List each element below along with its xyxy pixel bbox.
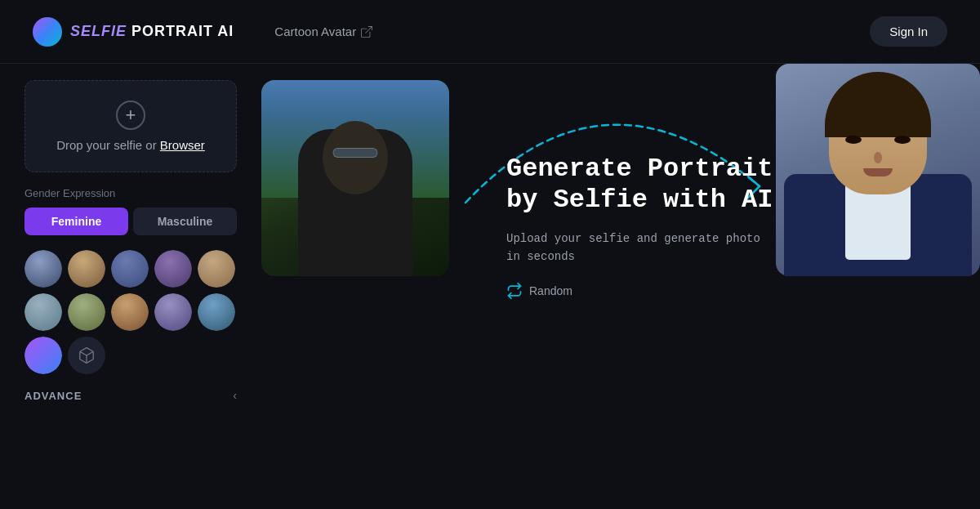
logo[interactable]: SELFIE PORTRAIT AI bbox=[33, 17, 234, 47]
chevron-left-icon: ‹ bbox=[233, 389, 237, 402]
upload-text: Drop your selfie or Browser bbox=[56, 138, 205, 152]
logo-icon bbox=[33, 17, 62, 47]
main-content: + Drop your selfie or Browser Gender Exp… bbox=[0, 64, 980, 508]
header: SELFIE PORTRAIT AI Cartoon Avatar Sign I… bbox=[0, 0, 980, 64]
avatar-item[interactable] bbox=[24, 337, 62, 374]
random-icon bbox=[506, 283, 523, 299]
gender-label: Gender Expression bbox=[24, 187, 237, 199]
advance-section[interactable]: ADVANCE ‹ bbox=[24, 389, 237, 402]
result-portrait bbox=[776, 64, 980, 276]
avatar-3d-item[interactable] bbox=[68, 337, 105, 374]
advance-label: ADVANCE bbox=[24, 390, 82, 402]
hero-title: Generate Portrait by Selfie with AI bbox=[506, 154, 792, 217]
avatar-grid bbox=[24, 250, 237, 374]
selfie-photo bbox=[261, 80, 449, 276]
avatar-item[interactable] bbox=[68, 293, 105, 331]
avatar-item[interactable] bbox=[154, 293, 192, 331]
upload-plus-icon: + bbox=[116, 100, 145, 130]
header-right: Sign In bbox=[870, 16, 947, 47]
sign-in-button[interactable]: Sign In bbox=[870, 16, 947, 47]
cartoon-avatar-label: Cartoon Avatar bbox=[274, 25, 356, 38]
logo-text: SELFIE PORTRAIT AI bbox=[70, 23, 234, 40]
random-button[interactable]: Random bbox=[506, 283, 572, 299]
gender-toggle: Feminine Masculine bbox=[24, 208, 237, 235]
external-link-icon bbox=[361, 26, 372, 38]
upload-dropzone[interactable]: + Drop your selfie or Browser bbox=[24, 80, 237, 172]
avatar-item[interactable] bbox=[24, 250, 62, 288]
gender-feminine-button[interactable]: Feminine bbox=[24, 208, 128, 235]
logo-selfie: SELFIE bbox=[70, 23, 127, 39]
avatar-item[interactable] bbox=[111, 250, 149, 288]
logo-portrait: PORTRAIT bbox=[127, 23, 213, 39]
hero-subtitle: Upload your selfie and generate photoin … bbox=[506, 230, 792, 266]
upload-text-prefix: Drop your selfie or bbox=[56, 138, 160, 152]
random-label: Random bbox=[529, 284, 572, 297]
upload-browser-link[interactable]: Browser bbox=[160, 138, 205, 152]
avatar-item[interactable] bbox=[111, 293, 149, 331]
avatar-item[interactable] bbox=[198, 250, 235, 288]
gender-section: Gender Expression Feminine Masculine bbox=[24, 187, 237, 235]
hero-content: Generate Portrait by Selfie with AI Uplo… bbox=[506, 154, 792, 299]
avatar-item[interactable] bbox=[24, 293, 62, 331]
cartoon-avatar-link[interactable]: Cartoon Avatar bbox=[274, 25, 372, 38]
avatar-item[interactable] bbox=[68, 250, 105, 288]
gender-masculine-button[interactable]: Masculine bbox=[133, 208, 237, 235]
avatar-item[interactable] bbox=[154, 250, 192, 288]
left-panel: + Drop your selfie or Browser Gender Exp… bbox=[0, 64, 261, 508]
avatar-item[interactable] bbox=[198, 293, 235, 331]
logo-ai: AI bbox=[213, 23, 234, 39]
